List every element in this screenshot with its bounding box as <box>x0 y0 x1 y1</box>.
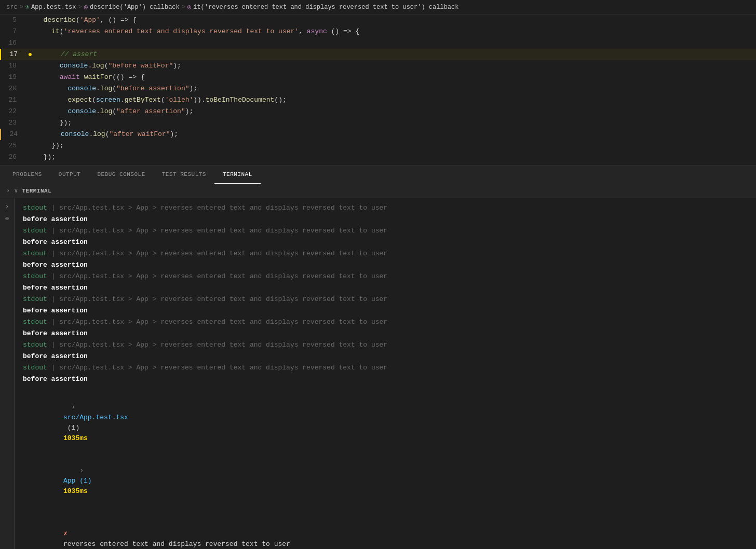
stdout-output-1: before assertion <box>15 214 756 225</box>
panel-tabs: PROBLEMS OUTPUT DEBUG CONSOLE TEST RESUL… <box>0 165 756 184</box>
stdout-line-8: stdout | src/App.test.tsx > App > revers… <box>15 362 756 374</box>
code-line-22: 22 console.log("after assertion"); <box>0 106 756 117</box>
test-suite-summary: › App (1) 1035ms <box>15 455 756 507</box>
terminal-expand-icon[interactable]: › <box>5 202 9 211</box>
breadcrumb-it: it('reverses entered text and displays r… <box>193 4 458 11</box>
terminal-header: › ∨ TERMINAL <box>0 184 756 198</box>
code-line-21: 21 expect(screen.getByText('olleh')).toB… <box>0 94 756 106</box>
stdout-output-7: before assertion <box>15 351 756 362</box>
code-line-7: 7 it('reverses entered text and displays… <box>0 26 756 37</box>
code-lines: 5 describe('App', () => { 7 it('reverses… <box>0 15 756 163</box>
code-editor: 5 describe('App', () => { 7 it('reverses… <box>0 15 756 165</box>
stdout-output-4: before assertion <box>15 282 756 294</box>
tab-test-results[interactable]: TEST RESULTS <box>154 166 214 184</box>
code-line-18: 18 console.log("before waitFor"); <box>0 60 756 72</box>
stdout-line-3: stdout | src/App.test.tsx > App > revers… <box>15 248 756 259</box>
terminal-main: stdout | src/App.test.tsx > App > revers… <box>15 198 756 549</box>
code-line-5: 5 describe('App', () => { <box>0 15 756 26</box>
code-line-24: 24 console.log("after waitFor"); <box>0 129 756 140</box>
breadcrumb-describe: describe('App') callback <box>90 4 180 11</box>
breadcrumb-src: src <box>6 4 18 11</box>
code-line-25: 25 }); <box>0 140 756 152</box>
terminal-body: › ⊕ stdout | src/App.test.tsx > App > re… <box>0 198 756 549</box>
chevron-right-icon: › <box>6 187 10 195</box>
stdout-output-2: before assertion <box>15 237 756 248</box>
tab-output[interactable]: OUTPUT <box>50 166 89 184</box>
stdout-line-5: stdout | src/App.test.tsx > App > revers… <box>15 294 756 305</box>
chevron-down-icon: ∨ <box>14 187 18 195</box>
code-line-23: 23 }); <box>0 117 756 129</box>
stdout-output-8: before assertion <box>15 374 756 385</box>
breadcrumb-flask-icon: ⚗ <box>25 3 29 11</box>
code-line-17: 17 ● // assert <box>0 49 756 60</box>
terminal-title: TERMINAL <box>22 188 51 194</box>
stdout-line-6: stdout | src/App.test.tsx > App > revers… <box>15 317 756 328</box>
breadcrumb-icon2: ◎ <box>84 3 88 11</box>
tab-debug-console[interactable]: DEBUG CONSOLE <box>89 166 153 184</box>
code-line-20: 20 console.log("before assertion"); <box>0 83 756 94</box>
code-line-26: 26 }); <box>0 152 756 163</box>
breadcrumb: src > ⚗ App.test.tsx > ◎ describe('App')… <box>0 0 756 15</box>
stdout-line-1: stdout | src/App.test.tsx > App > revers… <box>15 202 756 214</box>
terminal-pin-icon[interactable]: ⊕ <box>5 215 9 223</box>
stdout-output-6: before assertion <box>15 328 756 339</box>
tab-terminal[interactable]: TERMINAL <box>214 166 261 184</box>
breadcrumb-icon3: ◎ <box>187 3 191 11</box>
stdout-line-4: stdout | src/App.test.tsx > App > revers… <box>15 271 756 282</box>
tab-problems[interactable]: PROBLEMS <box>4 166 50 184</box>
terminal-sidebar: › ⊕ <box>0 198 15 549</box>
stdout-line-2: stdout | src/App.test.tsx > App > revers… <box>15 225 756 237</box>
code-line-16: 16 <box>0 37 756 49</box>
test-file-summary: › src/App.test.tsx (1) 1035ms <box>15 391 756 455</box>
code-line-19: 19 await waitFor(() => { <box>0 72 756 83</box>
stdout-output-5: before assertion <box>15 305 756 317</box>
terminal-content[interactable]: stdout | src/App.test.tsx > App > revers… <box>15 198 756 549</box>
stdout-output-3: before assertion <box>15 259 756 271</box>
test-case-summary: ✗ reverses entered text and displays rev… <box>15 507 756 549</box>
terminal-panel: › ∨ TERMINAL › ⊕ stdout | src/App.test.t… <box>0 184 756 549</box>
breadcrumb-file: App.test.tsx <box>31 4 76 11</box>
stdout-line-7: stdout | src/App.test.tsx > App > revers… <box>15 339 756 351</box>
